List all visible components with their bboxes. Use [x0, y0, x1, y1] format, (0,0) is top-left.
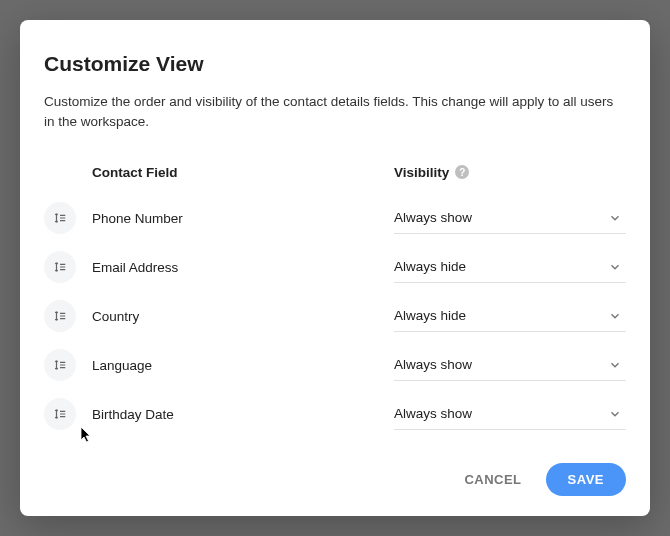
- modal-title: Customize View: [44, 52, 626, 76]
- button-row: CANCEL SAVE: [44, 447, 626, 496]
- customize-view-modal: Customize View Customize the order and v…: [20, 20, 650, 516]
- visibility-value: Always show: [394, 406, 472, 421]
- field-name-label: Birthday Date: [76, 407, 394, 422]
- header-visibility: Visibility ?: [394, 165, 469, 180]
- drag-handle-icon[interactable]: [44, 300, 76, 332]
- chevron-down-icon: [608, 309, 622, 323]
- drag-handle-icon[interactable]: [44, 398, 76, 430]
- modal-description: Customize the order and visibility of th…: [44, 92, 626, 133]
- chevron-down-icon: [608, 211, 622, 225]
- save-button[interactable]: SAVE: [546, 463, 626, 496]
- visibility-select[interactable]: Always hide: [394, 251, 626, 283]
- drag-handle-icon[interactable]: [44, 202, 76, 234]
- field-row: Birthday Date Always show: [44, 390, 626, 439]
- field-row: Country Always hide: [44, 292, 626, 341]
- field-row: Language Always show: [44, 341, 626, 390]
- field-name-label: Country: [76, 309, 394, 324]
- field-row: Email Address Always hide: [44, 243, 626, 292]
- visibility-value: Always show: [394, 210, 472, 225]
- visibility-select[interactable]: Always hide: [394, 300, 626, 332]
- visibility-select[interactable]: Always show: [394, 349, 626, 381]
- cancel-button[interactable]: CANCEL: [460, 464, 525, 495]
- drag-handle-icon[interactable]: [44, 251, 76, 283]
- visibility-value: Always hide: [394, 308, 466, 323]
- field-name-label: Email Address: [76, 260, 394, 275]
- field-list: Phone Number Always show Email Address A…: [44, 194, 626, 448]
- chevron-down-icon: [608, 407, 622, 421]
- chevron-down-icon: [608, 260, 622, 274]
- visibility-value: Always show: [394, 357, 472, 372]
- visibility-select[interactable]: Always show: [394, 398, 626, 430]
- chevron-down-icon: [608, 358, 622, 372]
- header-contact-field: Contact Field: [44, 165, 394, 180]
- visibility-value: Always hide: [394, 259, 466, 274]
- help-icon[interactable]: ?: [455, 165, 469, 179]
- field-name-label: Language: [76, 358, 394, 373]
- header-visibility-label: Visibility: [394, 165, 449, 180]
- column-headers: Contact Field Visibility ?: [44, 157, 626, 194]
- field-row: Phone Number Always show: [44, 194, 626, 243]
- drag-handle-icon[interactable]: [44, 349, 76, 381]
- field-name-label: Phone Number: [76, 211, 394, 226]
- visibility-select[interactable]: Always show: [394, 202, 626, 234]
